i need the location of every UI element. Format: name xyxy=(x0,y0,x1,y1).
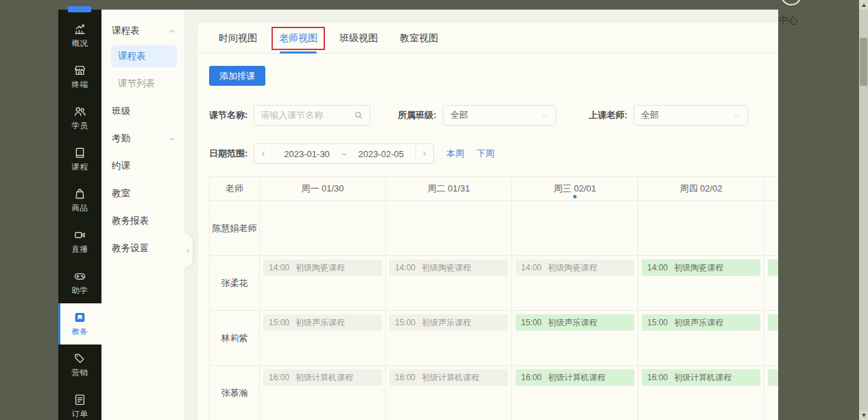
scroll-up-button[interactable] xyxy=(859,0,868,10)
lesson-time: 16:00 xyxy=(647,373,668,382)
lesson-name-input[interactable]: 请输入课节名称 xyxy=(254,105,370,126)
lesson-time: 16:00 xyxy=(269,373,289,382)
camera-icon xyxy=(73,229,86,242)
lesson-chip[interactable]: 14:00初级陶瓷课程 xyxy=(389,259,508,276)
date-range-row: 日期范围: 2023-01-30 ~ 2023-02-05 本周 下周 xyxy=(209,143,778,164)
schedule-cell: 14:00初级陶瓷课程 xyxy=(512,256,638,311)
students-icon xyxy=(73,105,86,118)
menu-item-label: 课节列表 xyxy=(118,78,155,90)
date-separator: ~ xyxy=(341,144,347,163)
lesson-name-placeholder: 请输入课节名称 xyxy=(261,109,354,121)
menu-item-classes[interactable]: 班级 xyxy=(101,97,184,125)
menu-item-timetable-group[interactable]: 课程表 xyxy=(101,19,184,43)
sidebar-item-orders[interactable]: 订单 xyxy=(58,386,101,420)
menu-item-timetable[interactable]: 课程表 xyxy=(111,45,177,67)
lesson-chip[interactable] xyxy=(768,259,778,276)
menu-item-lesson-list[interactable]: 课节列表 xyxy=(101,70,184,97)
lesson-time: 15:00 xyxy=(521,318,542,327)
tags-icon xyxy=(73,352,86,365)
page-scrollbar[interactable] xyxy=(859,0,868,420)
tab-teacher-view[interactable]: 老师视图 xyxy=(279,32,317,45)
schedule-cell: 16:00初级计算机课程 xyxy=(638,366,764,420)
lesson-chip[interactable]: 16:00初级计算机课程 xyxy=(389,369,508,386)
menu-item-settings[interactable]: 教务设置 xyxy=(101,235,184,262)
lesson-course-name: 初级声乐课程 xyxy=(422,318,471,327)
chevron-down-icon xyxy=(168,135,176,143)
tab-room-view[interactable]: 教室视图 xyxy=(400,32,438,45)
sidebar-item-overview[interactable]: 概况 xyxy=(58,15,101,56)
lesson-chip[interactable]: 15:00初级声乐课程 xyxy=(263,314,382,331)
secondary-menu: 课程表课程表课节列表班级考勤约课教室教务报表教务设置 xyxy=(101,10,185,420)
lesson-time: 15:00 xyxy=(269,318,289,327)
avatar-circle-icon[interactable] xyxy=(781,0,801,5)
scrollbar-thumb[interactable] xyxy=(860,38,867,86)
trend-icon xyxy=(73,23,86,36)
lesson-chip[interactable]: 14:00初级陶瓷课程 xyxy=(516,259,634,276)
chevron-left-icon xyxy=(185,244,191,257)
filter-row: 课节名称: 请输入课节名称 所属班级: 全部 上课老师: 全部 xyxy=(209,105,778,126)
teacher-select[interactable]: 全部 xyxy=(634,105,748,126)
lesson-chip[interactable]: 16:00初级计算机课程 xyxy=(516,369,634,386)
menu-item-attendance[interactable]: 考勤 xyxy=(101,125,184,152)
lesson-chip[interactable]: 16:00初级计算机课程 xyxy=(263,369,382,386)
lesson-course-name: 初级声乐课程 xyxy=(548,318,597,327)
logo xyxy=(68,6,91,12)
day-column-header: 周一 01/30 xyxy=(260,176,386,201)
sidebar-item-students[interactable]: 学员 xyxy=(58,97,101,139)
sidebar-item-academic[interactable]: 教务 xyxy=(58,303,101,345)
menu-item-booking[interactable]: 约课 xyxy=(101,152,184,180)
order-icon xyxy=(73,393,86,406)
date-range-picker: 2023-01-30 ~ 2023-02-05 xyxy=(254,143,434,164)
today-indicator-dot xyxy=(573,195,577,198)
lesson-course-name: 初级计算机课程 xyxy=(422,373,479,382)
sidebar-item-goods[interactable]: 商品 xyxy=(58,180,101,221)
schedule-cell xyxy=(512,201,638,256)
lesson-course-name: 初级声乐课程 xyxy=(296,318,345,327)
this-week-link[interactable]: 本周 xyxy=(446,148,464,160)
sidebar-item-marketing[interactable]: 营销 xyxy=(58,345,101,386)
lesson-chip[interactable] xyxy=(768,314,778,331)
menu-item-label: 课程表 xyxy=(118,50,146,62)
end-date[interactable]: 2023-02-05 xyxy=(346,144,415,163)
day-column-header: 周二 01/31 xyxy=(386,176,512,201)
sidebar-item-study-aid[interactable]: 助学 xyxy=(58,262,101,303)
schedule-row: 陈慧娟老师 xyxy=(209,201,778,256)
day-column-header: 周四 02/02 xyxy=(638,176,764,201)
menu-item-reports[interactable]: 教务报表 xyxy=(101,207,184,235)
add-schedule-button[interactable]: 添加排课 xyxy=(209,66,265,86)
chevron-right-icon xyxy=(421,149,428,159)
lesson-course-name: 初级计算机课程 xyxy=(674,373,732,382)
menu-item-classroom[interactable]: 教室 xyxy=(101,180,184,207)
tab-time-view[interactable]: 时间视图 xyxy=(219,32,257,45)
sidebar-item-label: 订单 xyxy=(72,409,88,419)
search-icon[interactable] xyxy=(354,110,363,120)
schedule-cell xyxy=(386,201,512,256)
lesson-chip[interactable]: 15:00初级声乐课程 xyxy=(516,314,634,331)
sidebar-item-courses[interactable]: 课程 xyxy=(58,139,101,180)
chevron-up-icon xyxy=(168,27,176,35)
lesson-chip[interactable]: 14:00初级陶瓷课程 xyxy=(263,259,382,276)
gamepad-icon xyxy=(73,270,86,283)
lesson-chip[interactable]: 14:00初级陶瓷课程 xyxy=(642,259,760,276)
menu-collapse-handle[interactable] xyxy=(184,233,193,268)
teacher-column-header: 老师 xyxy=(209,176,260,201)
tab-class-view[interactable]: 班级视图 xyxy=(339,32,378,45)
start-date[interactable]: 2023-01-30 xyxy=(272,144,341,163)
menu-item-label: 教务设置 xyxy=(112,242,149,255)
scroll-down-button[interactable] xyxy=(859,410,868,420)
class-select[interactable]: 全部 xyxy=(443,105,556,126)
sidebar-item-label: 助学 xyxy=(72,285,88,296)
lesson-chip[interactable]: 15:00初级声乐课程 xyxy=(389,314,508,331)
next-week-button[interactable] xyxy=(415,144,433,163)
lesson-chip[interactable]: 15:00初级声乐课程 xyxy=(642,314,760,331)
sidebar-item-terminal[interactable]: 终端 xyxy=(58,56,101,97)
lesson-chip[interactable] xyxy=(768,369,778,386)
header-center-text: 中心 xyxy=(779,14,798,27)
prev-week-button[interactable] xyxy=(254,144,272,163)
next-week-link[interactable]: 下周 xyxy=(477,148,494,160)
lesson-chip[interactable]: 16:00初级计算机课程 xyxy=(642,369,760,386)
sidebar-item-live[interactable]: 直播 xyxy=(58,221,101,262)
tab-label: 老师视图 xyxy=(279,32,317,43)
menu-item-label: 班级 xyxy=(112,105,130,117)
chevron-down-icon xyxy=(541,112,548,119)
